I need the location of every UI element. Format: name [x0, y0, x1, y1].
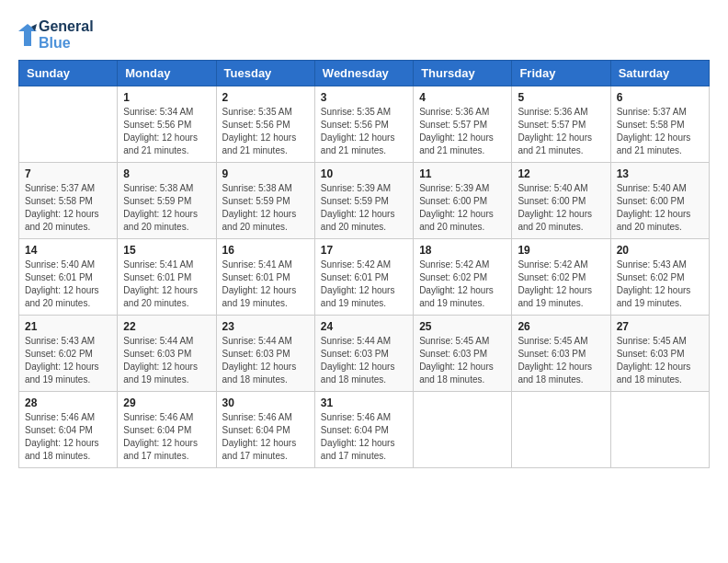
calendar-cell: 1Sunrise: 5:34 AM Sunset: 5:56 PM Daylig… — [118, 86, 216, 163]
day-info: Sunrise: 5:45 AM Sunset: 6:03 PM Dayligh… — [617, 335, 703, 386]
day-info: Sunrise: 5:38 AM Sunset: 5:59 PM Dayligh… — [222, 182, 309, 234]
day-number: 4 — [419, 91, 506, 104]
weekday-header-thursday: Thursday — [414, 61, 512, 86]
day-info: Sunrise: 5:37 AM Sunset: 5:58 PM Dayligh… — [617, 106, 703, 157]
day-info: Sunrise: 5:36 AM Sunset: 5:57 PM Dayligh… — [518, 106, 604, 157]
calendar-cell: 10Sunrise: 5:39 AM Sunset: 5:59 PM Dayli… — [314, 163, 413, 239]
day-info: Sunrise: 5:44 AM Sunset: 6:03 PM Dayligh… — [123, 335, 210, 386]
day-info: Sunrise: 5:41 AM Sunset: 6:01 PM Dayligh… — [222, 259, 309, 310]
day-info: Sunrise: 5:39 AM Sunset: 5:59 PM Dayligh… — [321, 182, 407, 234]
day-info: Sunrise: 5:40 AM Sunset: 6:01 PM Dayligh… — [25, 259, 111, 310]
day-number: 24 — [321, 320, 407, 333]
day-number: 15 — [123, 244, 210, 257]
day-info: Sunrise: 5:46 AM Sunset: 6:04 PM Dayligh… — [25, 411, 111, 463]
calendar-cell: 30Sunrise: 5:46 AM Sunset: 6:04 PM Dayli… — [216, 392, 314, 468]
day-number: 8 — [123, 167, 210, 180]
calendar-cell: 7Sunrise: 5:37 AM Sunset: 5:58 PM Daylig… — [19, 163, 118, 239]
calendar-cell: 4Sunrise: 5:36 AM Sunset: 5:57 PM Daylig… — [414, 86, 512, 163]
day-number: 23 — [222, 320, 309, 333]
logo: General Blue — [18, 18, 94, 51]
day-number: 11 — [419, 167, 506, 180]
calendar-cell: 27Sunrise: 5:45 AM Sunset: 6:03 PM Dayli… — [610, 316, 709, 392]
day-number: 30 — [222, 396, 309, 409]
day-number: 14 — [25, 244, 111, 257]
day-info: Sunrise: 5:35 AM Sunset: 5:56 PM Dayligh… — [321, 106, 407, 157]
day-info: Sunrise: 5:40 AM Sunset: 6:00 PM Dayligh… — [518, 182, 604, 234]
weekday-header-sunday: Sunday — [19, 61, 118, 86]
day-info: Sunrise: 5:46 AM Sunset: 6:04 PM Dayligh… — [321, 411, 407, 463]
day-info: Sunrise: 5:41 AM Sunset: 6:01 PM Dayligh… — [123, 259, 210, 310]
calendar-cell: 17Sunrise: 5:42 AM Sunset: 6:01 PM Dayli… — [314, 239, 413, 316]
day-info: Sunrise: 5:36 AM Sunset: 5:57 PM Dayligh… — [419, 106, 506, 157]
day-number: 26 — [518, 320, 604, 333]
calendar-cell: 21Sunrise: 5:43 AM Sunset: 6:02 PM Dayli… — [19, 316, 118, 392]
day-info: Sunrise: 5:38 AM Sunset: 5:59 PM Dayligh… — [123, 182, 210, 234]
calendar-cell: 19Sunrise: 5:42 AM Sunset: 6:02 PM Dayli… — [512, 239, 610, 316]
calendar-cell: 18Sunrise: 5:42 AM Sunset: 6:02 PM Dayli… — [414, 239, 512, 316]
day-info: Sunrise: 5:42 AM Sunset: 6:02 PM Dayligh… — [419, 259, 506, 310]
day-number: 13 — [617, 167, 703, 180]
calendar-cell: 28Sunrise: 5:46 AM Sunset: 6:04 PM Dayli… — [19, 392, 118, 468]
day-info: Sunrise: 5:39 AM Sunset: 6:00 PM Dayligh… — [419, 182, 506, 234]
day-number: 27 — [617, 320, 703, 333]
calendar-cell: 31Sunrise: 5:46 AM Sunset: 6:04 PM Dayli… — [314, 392, 413, 468]
day-number: 10 — [321, 167, 407, 180]
calendar-week-row: 28Sunrise: 5:46 AM Sunset: 6:04 PM Dayli… — [19, 392, 710, 468]
calendar-cell: 11Sunrise: 5:39 AM Sunset: 6:00 PM Dayli… — [414, 163, 512, 239]
logo: General Blue — [18, 18, 94, 51]
day-number: 3 — [321, 91, 407, 104]
day-number: 18 — [419, 244, 506, 257]
calendar-cell: 26Sunrise: 5:45 AM Sunset: 6:03 PM Dayli… — [512, 316, 610, 392]
day-info: Sunrise: 5:40 AM Sunset: 6:00 PM Dayligh… — [617, 182, 703, 234]
day-number: 28 — [25, 396, 111, 409]
calendar-week-row: 14Sunrise: 5:40 AM Sunset: 6:01 PM Dayli… — [19, 239, 710, 316]
calendar-cell: 14Sunrise: 5:40 AM Sunset: 6:01 PM Dayli… — [19, 239, 118, 316]
day-number: 25 — [419, 320, 506, 333]
day-info: Sunrise: 5:43 AM Sunset: 6:02 PM Dayligh… — [25, 335, 111, 386]
day-info: Sunrise: 5:37 AM Sunset: 5:58 PM Dayligh… — [25, 182, 111, 234]
calendar-cell: 9Sunrise: 5:38 AM Sunset: 5:59 PM Daylig… — [216, 163, 314, 239]
calendar-cell: 8Sunrise: 5:38 AM Sunset: 5:59 PM Daylig… — [118, 163, 216, 239]
calendar-cell: 15Sunrise: 5:41 AM Sunset: 6:01 PM Dayli… — [118, 239, 216, 316]
calendar-cell: 2Sunrise: 5:35 AM Sunset: 5:56 PM Daylig… — [216, 86, 314, 163]
calendar-cell — [512, 392, 610, 468]
day-number: 5 — [518, 91, 604, 104]
day-number: 29 — [123, 396, 210, 409]
weekday-header-saturday: Saturday — [610, 61, 709, 86]
calendar-week-row: 7Sunrise: 5:37 AM Sunset: 5:58 PM Daylig… — [19, 163, 710, 239]
day-info: Sunrise: 5:34 AM Sunset: 5:56 PM Dayligh… — [123, 106, 210, 157]
day-info: Sunrise: 5:42 AM Sunset: 6:01 PM Dayligh… — [321, 259, 407, 310]
day-number: 17 — [321, 244, 407, 257]
calendar-cell — [414, 392, 512, 468]
calendar-cell: 20Sunrise: 5:43 AM Sunset: 6:02 PM Dayli… — [610, 239, 709, 316]
day-number: 12 — [518, 167, 604, 180]
calendar-cell: 5Sunrise: 5:36 AM Sunset: 5:57 PM Daylig… — [512, 86, 610, 163]
calendar-cell: 16Sunrise: 5:41 AM Sunset: 6:01 PM Dayli… — [216, 239, 314, 316]
calendar-cell: 3Sunrise: 5:35 AM Sunset: 5:56 PM Daylig… — [314, 86, 413, 163]
calendar-cell: 29Sunrise: 5:46 AM Sunset: 6:04 PM Dayli… — [118, 392, 216, 468]
day-info: Sunrise: 5:46 AM Sunset: 6:04 PM Dayligh… — [222, 411, 309, 463]
calendar-cell: 24Sunrise: 5:44 AM Sunset: 6:03 PM Dayli… — [314, 316, 413, 392]
day-info: Sunrise: 5:45 AM Sunset: 6:03 PM Dayligh… — [419, 335, 506, 386]
day-number: 6 — [617, 91, 703, 104]
calendar-cell: 23Sunrise: 5:44 AM Sunset: 6:03 PM Dayli… — [216, 316, 314, 392]
day-info: Sunrise: 5:43 AM Sunset: 6:02 PM Dayligh… — [617, 259, 703, 310]
calendar-cell: 22Sunrise: 5:44 AM Sunset: 6:03 PM Dayli… — [118, 316, 216, 392]
day-number: 21 — [25, 320, 111, 333]
calendar-week-row: 1Sunrise: 5:34 AM Sunset: 5:56 PM Daylig… — [19, 86, 710, 163]
weekday-header-row: SundayMondayTuesdayWednesdayThursdayFrid… — [19, 61, 710, 86]
day-number: 9 — [222, 167, 309, 180]
day-number: 1 — [123, 91, 210, 104]
weekday-header-tuesday: Tuesday — [216, 61, 314, 86]
logo-bird-icon — [18, 24, 37, 46]
day-info: Sunrise: 5:44 AM Sunset: 6:03 PM Dayligh… — [321, 335, 407, 386]
day-number: 7 — [25, 167, 111, 180]
day-number: 22 — [123, 320, 210, 333]
calendar-cell — [610, 392, 709, 468]
weekday-header-friday: Friday — [512, 61, 610, 86]
calendar-cell: 6Sunrise: 5:37 AM Sunset: 5:58 PM Daylig… — [610, 86, 709, 163]
day-number: 20 — [617, 244, 703, 257]
day-number: 16 — [222, 244, 309, 257]
day-number: 19 — [518, 244, 604, 257]
calendar-cell: 13Sunrise: 5:40 AM Sunset: 6:00 PM Dayli… — [610, 163, 709, 239]
